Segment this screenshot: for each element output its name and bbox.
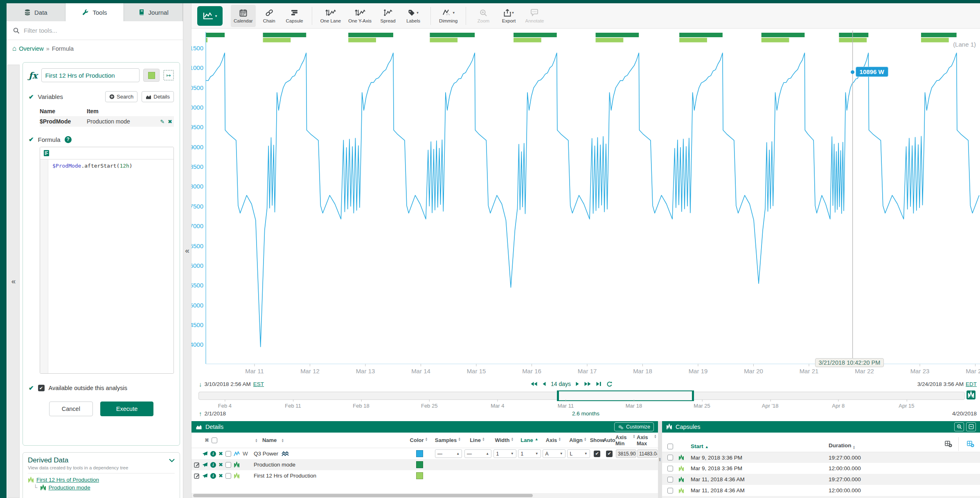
step-forward-half-icon[interactable] [576, 381, 579, 386]
toolbar-export-button[interactable]: ▾ Export [497, 5, 520, 27]
toolbar-spread-button[interactable]: Spread [376, 5, 400, 27]
step-forward-full-icon[interactable] [584, 381, 591, 386]
samples-style-dropdown[interactable]: —▲ [435, 449, 462, 458]
timeline-selection[interactable] [557, 390, 694, 401]
scrollbar-thumb[interactable] [193, 494, 533, 497]
first-12h-capsule-bar[interactable] [514, 38, 541, 43]
row-checkbox[interactable] [667, 477, 673, 482]
toolbar-one-lane-button[interactable]: One Lane [318, 5, 344, 27]
col-color[interactable]: Color [410, 437, 424, 443]
col-align[interactable]: Align [569, 437, 583, 443]
select-all-checkbox[interactable] [667, 444, 673, 449]
details-row-production-mode[interactable]: i ✖ Production mode [191, 459, 658, 470]
row-checkbox[interactable] [225, 462, 231, 468]
remove-all-icon[interactable]: ✖ [205, 437, 209, 443]
tab-data[interactable]: Data [7, 3, 65, 21]
production-mode-capsule-bar[interactable] [430, 33, 475, 37]
production-mode-capsule-bar[interactable] [761, 33, 805, 37]
tab-journal[interactable]: Journal [124, 3, 183, 21]
collapse-tool-panel-handle[interactable]: « [7, 65, 20, 498]
capsule-row[interactable]: Mar 9, 2018 3:36 PM 19:27:00.000 [662, 452, 980, 463]
first-12h-capsule-bar[interactable] [348, 38, 376, 43]
production-mode-capsule-bar[interactable] [839, 33, 868, 37]
first-12h-capsule-bar[interactable] [596, 38, 624, 43]
collapse-sidebar-handle[interactable]: « [183, 3, 191, 498]
show-checkbox[interactable]: ✔ [594, 451, 600, 457]
add-column-icon[interactable] [945, 441, 952, 449]
row-checkbox[interactable] [667, 488, 673, 494]
home-icon[interactable]: ⌂ [12, 45, 16, 52]
signal-compare-icon[interactable] [282, 451, 289, 457]
formula-code[interactable]: $ProdMode.afterStart(12h) [48, 159, 137, 374]
send-to-icon[interactable] [202, 473, 208, 479]
edit-variable-icon[interactable]: ✎ [160, 119, 164, 125]
color-swatch-button[interactable] [143, 69, 160, 82]
toolbar-calendar-button[interactable]: Calendar [231, 5, 256, 27]
timeline-capsule-icon[interactable] [966, 390, 975, 401]
derived-item-link[interactable]: First 12 Hrs of Production [36, 477, 99, 483]
toolbar-one-y-axis-button[interactable]: One Y-Axis [345, 5, 374, 27]
production-mode-capsule-bar[interactable] [921, 33, 957, 37]
undock-panel-icon[interactable]: ↦ [163, 70, 174, 81]
breadcrumb-overview-link[interactable]: Overview [19, 45, 43, 52]
capsules-collapse-button[interactable] [966, 422, 976, 431]
remove-item-icon[interactable]: ✖ [219, 451, 223, 457]
first-12h-capsule-bar[interactable] [761, 38, 789, 43]
lane-dropdown[interactable]: 1▼ [518, 449, 541, 458]
item-name[interactable]: Q3 Power [254, 451, 278, 457]
remove-item-icon[interactable]: ✖ [219, 462, 223, 468]
row-checkbox[interactable] [667, 455, 673, 460]
auto-checkbox[interactable]: ✔ [606, 451, 613, 457]
axis-dropdown[interactable]: A▼ [543, 449, 565, 458]
axis-max-input[interactable]: 11483.042 [637, 449, 658, 458]
first-12h-capsule-bar[interactable] [430, 38, 457, 43]
col-axis-min[interactable]: Axis Min [615, 434, 631, 446]
tab-tools[interactable]: Tools [65, 3, 124, 21]
edit-icon[interactable] [194, 473, 200, 479]
first-12h-capsule-bar[interactable] [921, 38, 949, 43]
cancel-button[interactable]: Cancel [49, 402, 93, 416]
production-mode-capsule-bar[interactable] [679, 33, 723, 37]
select-all-checkbox[interactable] [212, 437, 217, 443]
row-checkbox[interactable] [667, 466, 673, 471]
formula-help-icon[interactable]: ? [65, 136, 72, 143]
formula-editor[interactable]: $ProdMode.afterStart(12h) [40, 147, 174, 374]
sort-icon[interactable]: ▲▼ [255, 438, 258, 442]
details-row-first-12-hrs[interactable]: i ✖ First 12 Hrs of Production [191, 470, 658, 481]
sort-icon[interactable]: ▲▼ [281, 438, 284, 442]
production-mode-capsule-bar[interactable] [596, 33, 639, 37]
chevron-down-icon[interactable] [169, 457, 175, 464]
capsule-row[interactable]: Mar 11, 2018 4:36 AM 19:27:00.000 [662, 474, 980, 485]
view-selector-button[interactable]: ▾ [197, 6, 223, 26]
item-name[interactable]: Production mode [254, 462, 295, 468]
customize-button[interactable]: Customize [614, 422, 654, 431]
derived-item-link[interactable]: Production mode [49, 485, 90, 491]
item-info-icon[interactable]: i [210, 462, 216, 468]
toolbar-dimming-button[interactable]: ▾ Dimming [436, 5, 460, 27]
function-list-icon[interactable] [43, 150, 50, 157]
col-samples[interactable]: Samples [435, 437, 457, 443]
edit-icon[interactable] [194, 462, 200, 468]
col-auto[interactable]: Auto [603, 437, 615, 443]
step-to-end-icon[interactable] [596, 381, 602, 386]
production-mode-capsule-bar[interactable] [263, 33, 306, 37]
add-capsule-column-icon[interactable] [967, 441, 974, 449]
col-start[interactable]: Start [691, 443, 703, 449]
col-width[interactable]: Width [495, 437, 510, 443]
line-style-dropdown[interactable]: —▲ [464, 449, 491, 458]
col-axis[interactable]: Axis [546, 437, 557, 443]
toolbar-capsule-button[interactable]: Capsule [283, 5, 306, 27]
q3-power-series-line[interactable] [206, 53, 979, 347]
timezone-start-link[interactable]: EST [253, 381, 264, 387]
color-swatch[interactable] [416, 472, 423, 479]
capsule-row[interactable]: Mar 9, 2018 3:36 PM 12:00:00.000 [662, 463, 980, 474]
col-lane[interactable]: Lane [520, 437, 533, 443]
toolbar-chain-button[interactable]: Chain [257, 5, 281, 27]
col-name[interactable]: Name [262, 437, 277, 443]
axis-min-input[interactable]: 3815.9055 [616, 449, 636, 458]
variables-details-button[interactable]: Details [142, 91, 174, 102]
color-swatch[interactable] [416, 450, 423, 457]
item-info-icon[interactable]: i [210, 473, 216, 479]
production-mode-capsule-bar[interactable] [514, 33, 557, 37]
row-checkbox[interactable] [225, 473, 231, 479]
